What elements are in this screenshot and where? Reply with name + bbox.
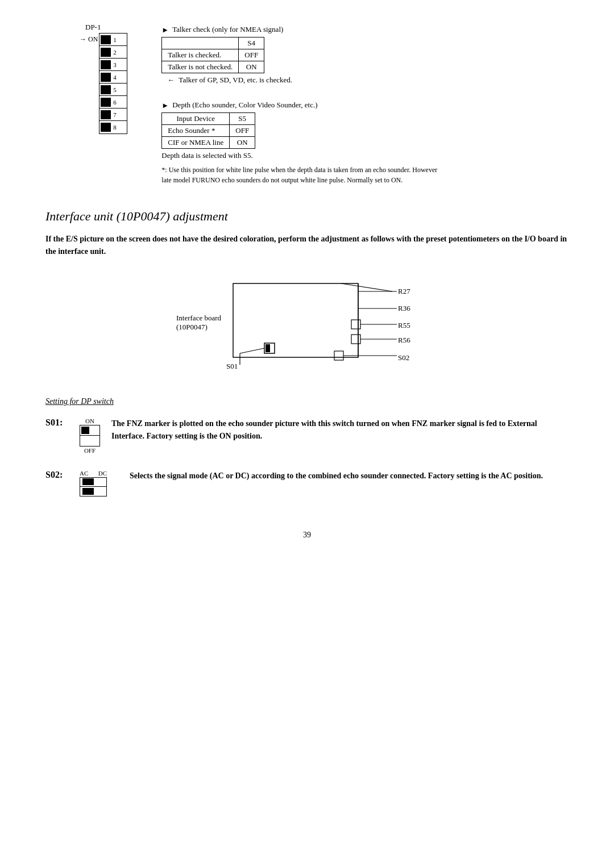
talker-note: ← Talker of GP, SD, VD, etc. is checked. — [167, 76, 569, 85]
s02-section: S02: AC DC Selects the signal mode (AC o… — [45, 470, 569, 496]
dip-num-3: 3 — [113, 61, 117, 68]
dip-num-2: 2 — [113, 49, 117, 56]
talker-header-col2: S4 — [239, 37, 264, 49]
dip-row-4: 4 — [99, 71, 127, 84]
depth-annotation-line: ► Depth (Echo sounder, Color Video Sound… — [161, 101, 569, 110]
depth-table: Input Device S5 Echo Sounder * OFF CIF o… — [161, 112, 255, 149]
s01-on-label: ON — [85, 418, 94, 424]
s02-description: Selects the signal mode (AC or DC) accor… — [130, 470, 569, 482]
r36-label: R36 — [398, 304, 410, 312]
dip-block-6 — [101, 98, 111, 107]
dip-row-1: 1 — [99, 34, 127, 46]
dip-num-5: 5 — [113, 86, 117, 93]
dip-block-5 — [101, 85, 111, 94]
s02-label-text: S02 — [398, 353, 409, 362]
dip-block-2 — [101, 48, 111, 57]
s01-label: S01: — [45, 418, 80, 428]
svg-rect-0 — [233, 283, 358, 357]
s01-description: The FNZ marker is plotted on the echo so… — [111, 418, 569, 443]
section-heading: Interface unit (10P0047) adjustment — [45, 209, 569, 224]
s01-dip-row2 — [80, 436, 99, 446]
board-label-text: Interface board — [176, 314, 222, 322]
talker-header-col1 — [162, 37, 239, 49]
talker-table-header: S4 — [162, 37, 264, 49]
s02-dip-row2 — [80, 487, 106, 496]
s01-diagram-wrapper: ON OFF — [80, 418, 100, 454]
depth-row1-value: OFF — [230, 125, 255, 137]
s01-dip-row1 — [80, 425, 99, 436]
dip-section: DP-1 → ON 1 2 — [80, 23, 569, 192]
depth-title: Depth (Echo sounder, Color Video Sounder… — [172, 101, 317, 110]
talker-row-2: Talker is not checked. ON — [162, 61, 264, 73]
interface-diagram-area: Interface board (10P0047) S01 R27 R36 R5… — [45, 272, 569, 386]
dip-num-8: 8 — [113, 124, 117, 131]
s02-ac-label: AC — [80, 470, 88, 477]
svg-rect-2 — [265, 344, 270, 352]
dip-row-7: 7 — [99, 108, 127, 121]
dip-row-2: 2 — [99, 46, 127, 59]
r56-label: R56 — [398, 336, 410, 344]
depth-table-header: Input Device S5 — [162, 113, 255, 125]
depth-row2-label: CIF or NMEA line — [162, 137, 230, 149]
s02-dc-label: DC — [98, 470, 107, 477]
depth-row1-label: Echo Sounder * — [162, 125, 230, 137]
s01-block — [81, 427, 89, 434]
r27-label: R27 — [398, 287, 410, 295]
dip-block-3 — [101, 60, 111, 69]
depth-note: Depth data is selected with S5. — [161, 151, 569, 160]
s01-section: S01: ON OFF The FNZ marker is plotted on… — [45, 418, 569, 454]
talker-table: S4 Talker is checked. OFF Talker is not … — [161, 37, 264, 73]
dip-block-1 — [101, 35, 111, 44]
depth-row-2: CIF or NMEA line ON — [162, 137, 255, 149]
dip-row-6: 6 — [99, 96, 127, 108]
talker-arrow-icon: ► — [161, 26, 169, 35]
dip-switch: 1 2 3 4 — [99, 33, 127, 134]
s02-diagram-wrapper: AC DC — [80, 470, 107, 496]
talker-row2-value: ON — [239, 61, 264, 73]
s01-label-text: S01 — [226, 362, 238, 370]
r55-label: R55 — [398, 321, 410, 329]
talker-row1-label: Talker is checked. — [162, 49, 239, 61]
dip-block-4 — [101, 73, 111, 82]
svg-rect-7 — [351, 320, 360, 329]
depth-row2-value: ON — [230, 137, 255, 149]
talker-title: Talker check (only for NMEA signal) — [172, 25, 283, 34]
page-content: DP-1 → ON 1 2 — [45, 23, 569, 540]
talker-arrow2-icon: ← — [167, 76, 175, 84]
s02-block1 — [82, 478, 94, 485]
setting-label: Setting for DP switch — [45, 397, 569, 406]
talker-row-1: Talker is checked. OFF — [162, 49, 264, 61]
s02-label: S02: — [45, 470, 80, 480]
s02-dip — [80, 477, 107, 496]
dip-row-5: 5 — [99, 84, 127, 96]
dip-block-8 — [101, 123, 111, 132]
dip-switch-wrapper: DP-1 → ON 1 2 — [80, 23, 127, 134]
depth-header-col2: S5 — [230, 113, 255, 125]
interface-diagram-svg: Interface board (10P0047) S01 R27 R36 R5… — [142, 272, 472, 386]
dip-block-7 — [101, 110, 111, 119]
talker-row1-value: OFF — [239, 49, 264, 61]
s02-ac-dc-labels: AC DC — [80, 470, 107, 477]
depth-footnote: *: Use this position for white line puls… — [161, 165, 446, 185]
dip-annotations: ► Talker check (only for NMEA signal) S4… — [161, 23, 569, 192]
depth-arrow-icon: ► — [161, 101, 169, 110]
dip-num-4: 4 — [113, 74, 117, 81]
board-number-text: (10P0047) — [176, 323, 208, 331]
talker-row2-label: Talker is not checked. — [162, 61, 239, 73]
dip-row-8: 8 — [99, 121, 127, 133]
page-number: 39 — [45, 531, 569, 540]
on-arrow-label: → ON — [80, 35, 98, 44]
dip-num-7: 7 — [113, 111, 117, 118]
talker-note-text: Talker of GP, SD, VD, etc. is checked. — [179, 76, 292, 84]
talker-annotation-line: ► Talker check (only for NMEA signal) — [161, 25, 569, 35]
s01-off-label: OFF — [84, 447, 96, 454]
bold-paragraph: If the E/S picture on the screen does no… — [45, 233, 569, 258]
svg-rect-11 — [334, 351, 343, 360]
talker-annotation-block: ► Talker check (only for NMEA signal) S4… — [161, 25, 569, 85]
depth-header-col1: Input Device — [162, 113, 230, 125]
bold-para-text: If the E/S picture on the screen does no… — [45, 235, 567, 256]
dip-label: DP-1 — [85, 23, 127, 32]
depth-row-1: Echo Sounder * OFF — [162, 125, 255, 137]
depth-annotation-block: ► Depth (Echo sounder, Color Video Sound… — [161, 101, 569, 185]
dip-num-1: 1 — [113, 36, 117, 43]
